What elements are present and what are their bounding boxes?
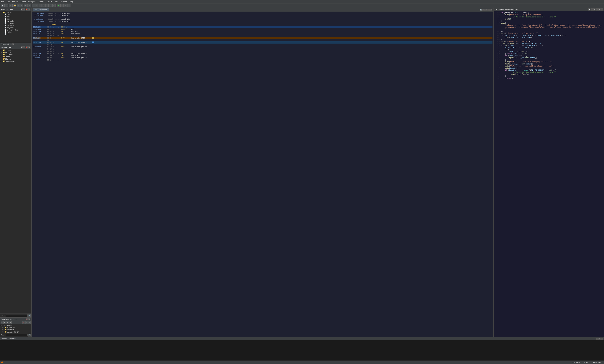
tree-item-fini[interactable]: 📄 .fini: [0, 33, 31, 35]
asm-row-endbr64[interactable]: 00101289 f3 0f 1e fa ENDBR64: [33, 26, 492, 28]
tb-redo[interactable]: ↪: [24, 4, 27, 7]
dec-export[interactable]: 📄: [588, 8, 591, 11]
menu-help[interactable]: Help: [68, 0, 75, 3]
tree-item-got[interactable]: 📄 .got: [0, 18, 31, 20]
tb-step[interactable]: ⇒: [64, 4, 67, 7]
listing-tab[interactable]: Listing: floormats: [33, 8, 49, 11]
tb-run[interactable]: ▶: [57, 4, 60, 7]
sym-exports[interactable]: ▶ 📁 Exports: [0, 51, 31, 53]
listing-close[interactable]: ✕: [490, 9, 492, 11]
listing-sync[interactable]: ⇄: [485, 9, 487, 11]
dt-refresh[interactable]: ↻: [25, 321, 28, 324]
menu-window[interactable]: Window: [60, 0, 68, 3]
pt-expand[interactable]: ▶: [21, 8, 23, 11]
menu-search[interactable]: Search: [38, 0, 46, 3]
tree-item-fini-array[interactable]: 📄 .fini_array: [0, 22, 31, 24]
dt-up[interactable]: ▲: [6, 321, 9, 324]
tb-disasm[interactable]: D: [28, 4, 31, 7]
menu-navigation[interactable]: Navigation: [27, 0, 38, 3]
dec-options[interactable]: ⚙: [596, 8, 598, 11]
tree-item-dynamic[interactable]: 📄 .dynamic: [0, 20, 31, 22]
asm-row-mov4[interactable]: 001012a5 64 48 8b MOV RAX,qword ptr FS..…: [33, 46, 492, 48]
asm-row-mov1[interactable]: 0010128e 48 89 e5 MOV RBP,RSP: [33, 30, 492, 33]
tb-forward[interactable]: ▶: [9, 4, 12, 7]
sym-labels[interactable]: ▶ 📁 Labels: [0, 56, 31, 58]
asm-row-mov3[interactable]: 0010129e 48 89 b5 MOV qword ptr [RBP + .…: [33, 41, 492, 44]
listing-nav[interactable]: ▲: [482, 9, 485, 11]
tree-item-bss[interactable]: 📄 .bss: [0, 13, 31, 16]
asm-row-mov6[interactable]: 001012b4 8b 05 MOV RAX,qword ptr [s...: [33, 57, 492, 59]
tree-item-init-array[interactable]: 📄 .init_array: [0, 24, 31, 26]
menu-analysis[interactable]: Analysis: [11, 0, 20, 3]
dec-snapshot[interactable]: ■: [598, 8, 601, 11]
sym-functions[interactable]: ▶ 📁 Functions: [0, 53, 31, 56]
symbol-filter-input[interactable]: [6, 314, 28, 317]
listing-content[interactable]: undefined4 Stack[-0x124... local_124 und…: [32, 12, 493, 337]
dt-generic-clib[interactable]: ▶ 📁 generic_clib_64: [0, 331, 31, 333]
decompiler-content[interactable]: 32 if (filep == (FILE *)0x0) { 33 puts("…: [494, 11, 604, 337]
st-expand[interactable]: ▶: [21, 46, 23, 49]
tb-comment[interactable]: U: [35, 4, 38, 7]
st-collapse[interactable]: ▼: [23, 46, 25, 49]
console-close[interactable]: ✕: [601, 338, 603, 340]
dec-save[interactable]: 💾: [593, 8, 595, 11]
dt-back[interactable]: ◀: [1, 321, 3, 324]
asm-row-xor[interactable]: 001012b2 31 c0 XOR EAX,EAX: [33, 55, 492, 57]
tree-item-eh-frame-hdr[interactable]: 📄 .eh_frame_hdr: [0, 29, 31, 31]
program-tree-view[interactable]: ▼ 📁 floormats 📄 .bss 📄 .data 📄 .got: [0, 11, 31, 43]
tb-back[interactable]: ◀: [5, 4, 8, 7]
sym-namespaces[interactable]: ▶ 📁 Namespaces: [0, 60, 31, 62]
tb-new[interactable]: 📄: [1, 4, 4, 7]
tree-item-floormats[interactable]: ▼ 📁 floormats: [0, 11, 31, 13]
tb-undo[interactable]: ↩: [20, 4, 23, 7]
listing-snapshot[interactable]: 📷: [480, 9, 482, 11]
tb-type[interactable]: T: [45, 4, 49, 7]
tree-item-eh-frame[interactable]: 📄 .eh_frame: [0, 26, 31, 29]
tb-bytes[interactable]: B: [52, 4, 56, 7]
console-edit[interactable]: ✎: [598, 338, 601, 340]
tree-item-rodata[interactable]: 📄 .rodata: [0, 31, 31, 33]
tb-save[interactable]: 💾: [17, 4, 20, 7]
sym-classes[interactable]: ▶ 📁 Classes: [0, 58, 31, 60]
console-content[interactable]: [0, 340, 604, 361]
st-close[interactable]: ✕: [28, 46, 30, 49]
menu-edit[interactable]: Edit: [5, 0, 11, 3]
tb-decompile[interactable]: {: [32, 4, 35, 7]
dt-data-types[interactable]: ▶ Data Types: [0, 324, 31, 326]
dt-down[interactable]: ▼: [9, 321, 12, 324]
menu-select[interactable]: Select: [46, 0, 53, 3]
menu-tools[interactable]: Tools: [53, 0, 60, 3]
dec-copy[interactable]: ⎘: [591, 8, 593, 11]
tb-open[interactable]: 📁: [13, 4, 16, 7]
st-pin[interactable]: 📌: [26, 46, 28, 49]
tb-label[interactable]: L: [38, 4, 42, 7]
symbol-filter-btn[interactable]: 🔍: [28, 314, 31, 317]
asm-row-mov5[interactable]: 001012ae 48 89 45 f8 MOV qword ptr [RBP …: [33, 52, 492, 55]
dt-settings[interactable]: ☰: [28, 321, 31, 324]
dec-close[interactable]: ✕: [601, 8, 603, 11]
dt-forward[interactable]: ▶: [3, 321, 6, 324]
dt-close[interactable]: ✕: [28, 318, 30, 320]
pt-close[interactable]: ✕: [28, 8, 30, 11]
console-lock[interactable]: 🔒: [596, 338, 598, 340]
symbol-tree-view[interactable]: ▶ 📁 Imports ▶ 📁 Exports ▶ 📁 Functions ▶ …: [0, 49, 31, 314]
dt-builtin[interactable]: ▶ 📁 BuiltInTypes: [0, 326, 31, 329]
program-tree-tab[interactable]: Program Tree ✕: [0, 43, 31, 46]
dt-filter-input[interactable]: [6, 334, 28, 336]
asm-row-sub[interactable]: 00101291 48 81 ec SUB RSP,0x130: [33, 33, 492, 35]
asm-row-mov2[interactable]: 00101298 89 bd dc MOV dword ptr [RBP + .…: [33, 37, 492, 39]
data-type-tree[interactable]: ▶ Data Types ▶ 📁 BuiltInTypes ▶ 📁 floorm…: [0, 324, 31, 333]
menu-file[interactable]: File: [0, 0, 5, 3]
dt-add[interactable]: ✖: [23, 321, 25, 324]
listing-split[interactable]: ☷: [488, 9, 490, 11]
tree-item-data[interactable]: 📄 .data: [0, 16, 31, 18]
sym-imports[interactable]: ▶ 📁 Imports: [0, 49, 31, 51]
asm-row-push[interactable]: 0010128d 55 PUSH RBP: [33, 28, 492, 30]
tb-function[interactable]: F: [42, 4, 45, 7]
dt-floormats[interactable]: ▶ 📁 floormats: [0, 329, 31, 331]
pt-pin[interactable]: 📌: [26, 8, 28, 11]
pt-tab-close[interactable]: ✕: [12, 43, 14, 45]
tb-step2[interactable]: ⇓: [67, 4, 70, 7]
tb-xref[interactable]: V: [49, 4, 52, 7]
menu-graph[interactable]: Graph: [20, 0, 27, 3]
